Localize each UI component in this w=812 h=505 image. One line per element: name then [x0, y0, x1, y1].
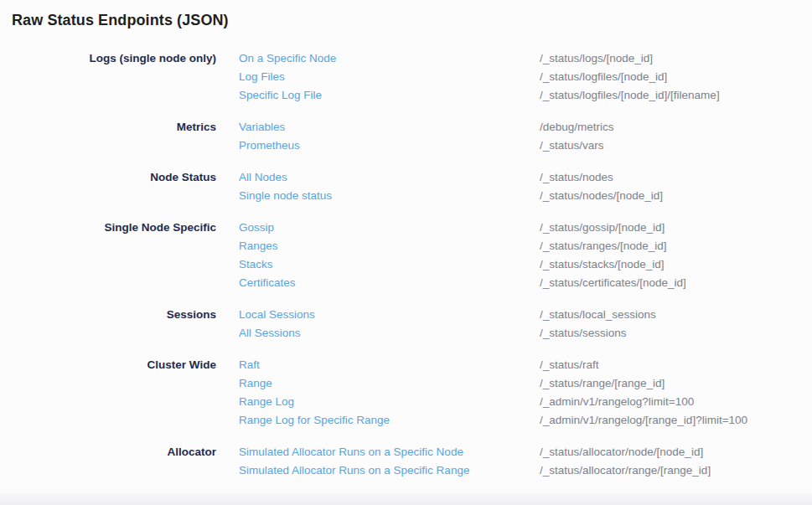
endpoint-path: /_admin/v1/rangelog/[range_id]?limit=100 [540, 411, 747, 430]
footer-strip [0, 493, 812, 505]
endpoint-link[interactable]: Range [239, 374, 540, 393]
endpoint-link[interactable]: Prometheus [239, 137, 540, 155]
endpoint-path: /_status/allocator/range/[range_id] [540, 461, 711, 480]
endpoint-link[interactable]: Variables [239, 118, 540, 137]
endpoint-table: Logs (single node only) On a Specific No… [0, 49, 812, 480]
endpoint-row: Stacks/_status/stacks/[node_id] [239, 255, 812, 274]
endpoint-row: Single node status/_status/nodes/[node_i… [239, 187, 812, 205]
endpoint-row: All Nodes/_status/nodes [239, 168, 812, 187]
section-rows: Variables/debug/metricsPrometheus/_statu… [239, 118, 812, 155]
endpoint-link[interactable]: Simulated Allocator Runs on a Specific N… [239, 443, 540, 461]
endpoint-path: /debug/metrics [540, 118, 614, 137]
endpoint-row: Simulated Allocator Runs on a Specific N… [239, 443, 812, 461]
endpoint-row: Range Log for Specific Range/_admin/v1/r… [239, 411, 812, 430]
endpoint-row: Raft/_status/raft [239, 356, 812, 374]
section-rows: All Nodes/_status/nodesSingle node statu… [239, 168, 812, 205]
endpoint-row: Variables/debug/metrics [239, 118, 812, 137]
endpoint-path: /_status/sessions [540, 324, 627, 343]
endpoint-row: Prometheus/_status/vars [239, 137, 812, 155]
endpoint-path: /_status/logfiles/[node_id] [540, 68, 667, 86]
section-category-label: Node Status [0, 168, 216, 187]
endpoint-link[interactable]: Range Log [239, 393, 540, 411]
endpoint-path: /_status/gossip/[node_id] [540, 219, 665, 237]
endpoint-path: /_status/nodes [540, 168, 613, 187]
endpoint-path: /_status/vars [540, 137, 604, 155]
endpoint-row: Specific Log File/_status/logfiles/[node… [239, 86, 812, 105]
endpoint-row: All Sessions/_status/sessions [239, 324, 812, 343]
endpoint-section: Allocator Simulated Allocator Runs on a … [0, 443, 812, 480]
endpoint-row: Local Sessions/_status/local_sessions [239, 306, 812, 324]
endpoint-path: /_admin/v1/rangelog?limit=100 [540, 393, 694, 411]
section-category-label: Sessions [0, 306, 216, 324]
endpoint-path: /_status/raft [540, 356, 599, 374]
endpoint-section: Single Node Specific Gossip/_status/goss… [0, 219, 812, 292]
endpoint-link[interactable]: Log Files [239, 68, 540, 86]
endpoint-section: Cluster Wide Raft/_status/raftRange/_sta… [0, 356, 812, 430]
endpoint-row: Gossip/_status/gossip/[node_id] [239, 219, 812, 237]
endpoint-section: Metrics Variables/debug/metricsPrometheu… [0, 118, 812, 155]
endpoint-section: Node Status All Nodes/_status/nodesSingl… [0, 168, 812, 205]
endpoint-path: /_status/allocator/node/[node_id] [540, 443, 703, 461]
endpoint-row: Log Files/_status/logfiles/[node_id] [239, 68, 812, 86]
section-category-label: Metrics [0, 118, 216, 137]
endpoint-section: Sessions Local Sessions/_status/local_se… [0, 306, 812, 343]
endpoint-row: Certificates/_status/certificates/[node_… [239, 274, 812, 292]
endpoint-row: Simulated Allocator Runs on a Specific R… [239, 461, 812, 480]
endpoint-path: /_status/logs/[node_id] [540, 49, 653, 68]
endpoint-link[interactable]: All Nodes [239, 168, 540, 187]
endpoint-row: Range Log/_admin/v1/rangelog?limit=100 [239, 393, 812, 411]
endpoint-link[interactable]: Single node status [239, 187, 540, 205]
section-category-label: Cluster Wide [0, 356, 216, 374]
section-rows: Raft/_status/raftRange/_status/range/[ra… [239, 356, 812, 430]
endpoint-section: Logs (single node only) On a Specific No… [0, 49, 812, 105]
endpoint-row: Range/_status/range/[range_id] [239, 374, 812, 393]
page-title: Raw Status Endpoints (JSON) [0, 0, 812, 29]
endpoint-link[interactable]: On a Specific Node [239, 49, 540, 68]
section-rows: Simulated Allocator Runs on a Specific N… [239, 443, 812, 480]
endpoint-link[interactable]: Certificates [239, 274, 540, 292]
endpoint-link[interactable]: Stacks [239, 255, 540, 274]
endpoint-link[interactable]: Specific Log File [239, 86, 540, 105]
endpoint-row: Ranges/_status/ranges/[node_id] [239, 237, 812, 255]
endpoint-path: /_status/certificates/[node_id] [540, 274, 686, 292]
endpoint-path: /_status/nodes/[node_id] [540, 187, 663, 205]
section-rows: Local Sessions/_status/local_sessionsAll… [239, 306, 812, 343]
endpoint-path: /_status/logfiles/[node_id]/[filename] [540, 86, 720, 105]
endpoint-path: /_status/range/[range_id] [540, 374, 665, 393]
endpoint-link[interactable]: All Sessions [239, 324, 540, 343]
endpoint-link[interactable]: Raft [239, 356, 540, 374]
endpoint-link[interactable]: Ranges [239, 237, 540, 255]
section-rows: Gossip/_status/gossip/[node_id]Ranges/_s… [239, 219, 812, 292]
section-category-label: Single Node Specific [0, 219, 216, 237]
endpoint-link[interactable]: Gossip [239, 219, 540, 237]
endpoint-link[interactable]: Simulated Allocator Runs on a Specific R… [239, 461, 540, 480]
endpoint-link[interactable]: Range Log for Specific Range [239, 411, 540, 430]
endpoint-link[interactable]: Local Sessions [239, 306, 540, 324]
endpoint-path: /_status/local_sessions [540, 306, 656, 324]
endpoint-row: On a Specific Node/_status/logs/[node_id… [239, 49, 812, 68]
section-rows: On a Specific Node/_status/logs/[node_id… [239, 49, 812, 105]
endpoint-path: /_status/ranges/[node_id] [540, 237, 667, 255]
section-category-label: Logs (single node only) [0, 49, 216, 68]
endpoint-path: /_status/stacks/[node_id] [540, 255, 665, 274]
section-category-label: Allocator [0, 443, 216, 461]
